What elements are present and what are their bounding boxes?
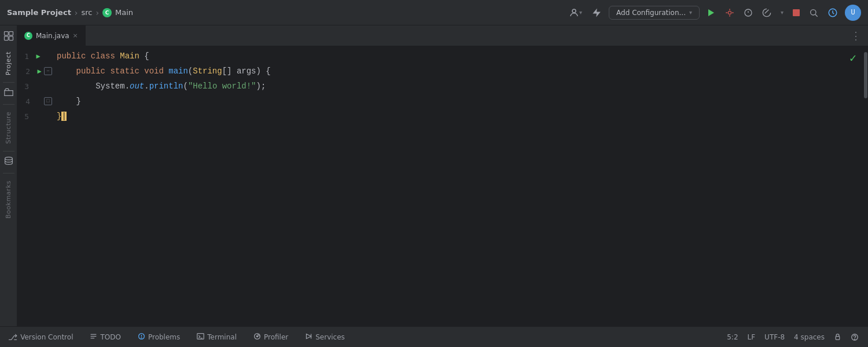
side-divider-1 [3,82,14,83]
code-line-5: } | [52,109,863,124]
svg-rect-11 [9,36,13,40]
profile-button[interactable] [741,6,755,20]
gutter-line-3: 3 [17,79,52,94]
line-separator[interactable]: LF [748,333,756,341]
status-bar: 5:2 LF UTF-8 4 spaces [718,333,868,341]
tab-label: Main.java [36,32,69,40]
dot-println: . [144,82,149,91]
line-num-2: 2 [17,67,35,76]
editor-area: C Main.java × ⋮ 1 ▶ 2 ▶ − [17,25,868,326]
kw-static: static [110,67,144,76]
vcs-user-button[interactable]: ▾ [567,5,584,20]
editor-options-button[interactable]: ⋮ [844,29,868,42]
bottom-tab-problems[interactable]: Problems [130,327,189,348]
line-num-1: 1 [17,52,34,61]
side-divider-3 [3,151,14,152]
sidebar-item-project[interactable]: Project [5,47,12,80]
bottom-bar: ⎇ Version Control TODO Problem [0,326,868,347]
bottom-tab-profiler[interactable]: Profiler [245,327,297,348]
bottom-tab-todo[interactable]: TODO [82,327,129,348]
code-editor[interactable]: 1 ▶ 2 ▶ − 3 4 [17,46,868,326]
user-avatar[interactable]: U [845,5,861,21]
tab-main-java[interactable]: C Main.java × [17,25,86,46]
run-arrow-2[interactable]: ▶ [35,67,44,76]
code-line-4: } [52,94,863,109]
debug-button[interactable] [723,6,737,20]
terminal-icon [197,333,204,342]
profiler-icon [253,333,261,342]
system-cls: System. [95,82,130,91]
run-config-label: Add Configuration... [616,9,686,17]
line-num-4: 4 [17,97,35,106]
code-line-2: public static void main ( String [] args… [52,64,863,79]
gutter-line-2: 2 ▶ − [17,64,52,79]
bottom-tab-terminal[interactable]: Terminal [189,327,245,348]
svg-marker-1 [708,9,714,16]
database-icon[interactable] [3,154,14,171]
gutter-line-1: 1 ▶ [17,49,52,64]
cls-main: Main [120,51,144,61]
stop-button[interactable] [790,7,802,19]
breadcrumb-project[interactable]: Sample Project [7,8,71,17]
run-more-button[interactable]: ▾ [778,7,786,18]
add-configuration-button[interactable]: Add Configuration... ▾ [609,6,700,20]
tab-java-icon: C [24,32,32,40]
gutter-line-5: 5 [17,109,52,124]
main-class-icon: C [102,8,112,17]
bottom-tab-terminal-label: Terminal [207,333,237,341]
vertical-scrollbar[interactable] [863,46,868,326]
bottom-tab-profiler-label: Profiler [264,333,288,341]
search-everywhere-button[interactable] [807,6,821,20]
breadcrumb: Sample Project › src › C Main [7,8,133,17]
indent-2 [57,67,76,76]
main-body: Project Structure Bookmarks C Main.java [0,25,868,326]
indent-value: 4 spaces [794,333,825,341]
out-field: out [130,82,144,91]
run-config-chevron: ▾ [689,9,692,16]
tab-close-button[interactable]: × [73,32,78,39]
svg-point-5 [811,9,816,14]
fold-icon-4[interactable]: □ [44,97,52,105]
cursor: | [61,112,66,121]
paren-close-3: ); [256,82,266,91]
sidebar-item-bookmarks[interactable]: Bookmarks [5,176,12,223]
update-button[interactable] [825,5,840,20]
breadcrumb-sep-1: › [75,8,78,17]
kw-void: void [144,67,168,76]
side-strip: Project Structure Bookmarks [0,25,17,326]
build-button[interactable] [589,5,604,20]
fn-println: println [149,82,183,91]
brace-close-4: } [76,97,81,106]
str-hello: "Hello world!" [188,82,256,91]
coverage-button[interactable] [760,6,774,20]
bottom-tab-version-control[interactable]: ⎇ Version Control [0,327,82,348]
line-num-3: 3 [17,82,34,91]
kw-public-2: public [76,67,111,76]
fn-main: main [168,67,188,76]
folder-icon[interactable] [3,85,14,102]
scrollbar-thumb[interactable] [864,52,867,98]
problems-icon [138,333,145,342]
run-button[interactable] [704,6,718,20]
help-button[interactable] [851,333,859,341]
cursor-position[interactable]: 5:2 [727,333,738,341]
run-arrow-1[interactable]: ▶ [34,51,43,61]
code-content[interactable]: public class Main { public static void m… [52,46,863,326]
encoding[interactable]: UTF-8 [764,333,785,341]
breadcrumb-main[interactable]: Main [115,8,133,17]
sidebar-item-structure[interactable]: Structure [5,107,12,149]
tab-bar: C Main.java × ⋮ [17,25,868,46]
svg-rect-10 [4,36,8,40]
project-panel-icon[interactable] [3,25,14,47]
indent-3 [57,82,95,91]
svg-point-22 [256,335,258,337]
lock-button[interactable] [834,333,841,341]
cls-string: String [193,67,222,76]
breadcrumb-src[interactable]: src [81,8,92,17]
cursor-pos-value: 5:2 [727,333,738,341]
fold-icon-2[interactable]: − [44,67,52,75]
indent[interactable]: 4 spaces [794,333,825,341]
array-bracket: [] [222,67,237,76]
bottom-tab-services[interactable]: Services [297,327,354,348]
indent-4 [57,97,76,106]
